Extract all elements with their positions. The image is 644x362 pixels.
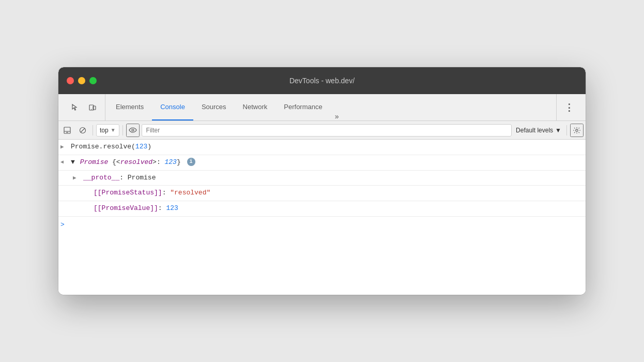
console-toolbar: top ▼ Default levels ▼ [58, 121, 586, 140]
tab-console[interactable]: Console [152, 94, 193, 120]
live-expression-button[interactable] [126, 124, 140, 137]
tab-sources[interactable]: Sources [193, 94, 235, 120]
context-selector[interactable]: top ▼ [96, 124, 119, 137]
gear-icon [573, 127, 580, 134]
console-line-5: [[PromiseValue]]: 123 [58, 201, 586, 217]
tab-bar: Elements Console Sources Network Perform… [105, 94, 556, 120]
clear-console-button[interactable] [76, 124, 89, 137]
window-title: DevTools - web.dev/ [289, 77, 355, 85]
minimize-button[interactable] [78, 77, 85, 84]
device-icon [88, 103, 97, 112]
show-drawer-button[interactable] [60, 124, 74, 137]
titlebar: DevTools - web.dev/ [58, 67, 586, 94]
svg-point-8 [132, 129, 134, 131]
console-input[interactable] [71, 221, 581, 229]
tab-performance[interactable]: Performance [275, 94, 330, 120]
drawer-icon [64, 127, 71, 134]
more-options-button[interactable]: ⋮ [561, 99, 577, 116]
svg-point-9 [576, 129, 578, 131]
collapse-arrow-2[interactable]: ◀ [60, 157, 71, 167]
toolbar-right: ⋮ [556, 94, 581, 120]
promise-object-2: ▼ Promise {<resolved>: 123} i [71, 157, 195, 168]
expand-arrow-1[interactable]: ▶ [60, 142, 71, 152]
console-output: ▶ Promise.resolve(123) ◀ ▼ Promise {<res… [58, 140, 586, 295]
prompt-chevron-icon: > [60, 221, 71, 229]
proto-line: __proto__: Promise [83, 173, 156, 184]
console-prompt: > [58, 217, 586, 233]
block-icon [79, 127, 86, 134]
inspect-element-button[interactable] [67, 99, 83, 116]
console-line-1: ▶ Promise.resolve(123) [58, 140, 586, 155]
divider2 [122, 125, 123, 135]
console-line-2: ◀ ▼ Promise {<resolved>: 123} i [58, 155, 586, 171]
maximize-button[interactable] [89, 77, 97, 84]
console-text-1: Promise.resolve(123) [71, 142, 151, 153]
default-levels-button[interactable]: Default levels ▼ [514, 127, 563, 134]
eye-icon [129, 127, 137, 133]
divider [93, 125, 93, 135]
tabs-overflow-button[interactable]: » [331, 112, 343, 120]
toolbar-icons [63, 94, 105, 120]
settings-button[interactable] [570, 124, 584, 137]
expand-arrow-3[interactable]: ▶ [73, 173, 83, 183]
promise-status-line: [[PromiseStatus]]: "resolved" [94, 188, 210, 199]
traffic-lights [67, 77, 97, 84]
main-toolbar: Elements Console Sources Network Perform… [58, 94, 586, 121]
device-toolbar-button[interactable] [84, 99, 101, 116]
cursor-icon [71, 103, 79, 112]
divider3 [566, 125, 567, 135]
console-line-4: [[PromiseStatus]]: "resolved" [58, 186, 586, 201]
filter-input[interactable] [142, 124, 512, 137]
console-line-3: ▶ __proto__: Promise [58, 171, 586, 186]
info-badge[interactable]: i [187, 158, 195, 166]
close-button[interactable] [67, 77, 74, 84]
tab-network[interactable]: Network [235, 94, 276, 120]
devtools-window: DevTools - web.dev/ Elements [58, 67, 586, 295]
tab-elements[interactable]: Elements [108, 94, 152, 120]
promise-value-line: [[PromiseValue]]: 123 [94, 203, 178, 214]
svg-point-2 [91, 109, 91, 109]
svg-line-7 [81, 128, 85, 132]
